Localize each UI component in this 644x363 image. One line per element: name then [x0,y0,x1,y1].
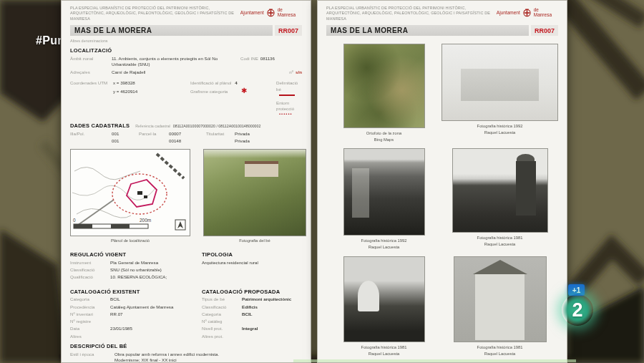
section-regulacio-vigent: REGULACIÓ VIGENT [70,251,202,258]
field-row: Altres prot. [202,334,302,339]
photo-cell: Fotografia històrica 1992 Raquel Lacuest… [441,44,558,148]
photo-caption-line1: Fotografia històrica 1981 [361,344,407,351]
field-ambit-zonal: Àmbit zonal 11. Ambients, conjunts o ele… [70,56,302,67]
plan-header-text: PLA ESPECIAL URBANÍSTIC DE PROTECCIÓ DEL… [70,6,240,21]
photo-caption-line1: Ortofoto de la zona [366,130,401,137]
la2-channel-logo: 2 [562,294,593,326]
photo-caption-line2: Raquel Lacuesta [477,130,523,136]
field-row: Nº catàleg [202,319,302,324]
photo-cell: Fotografia històrica 1981 Raquel Lacuest… [441,148,558,256]
field-row: CategoriaBCIL [70,296,202,302]
section-localitzacio: LOCALITZACIÓ [70,47,302,54]
field-row: Classificació SNU (Sòl no urbanitzable) [70,267,202,273]
council-name-pre: Ajuntament [240,10,264,15]
field-row: CategoriaBCIL [202,311,302,317]
field-row: Estil i època Obra popular amb reforma i… [70,352,302,363]
entorn-dots-symbol: •••••• [279,112,293,117]
field-row: Altres [70,334,202,339]
field-row: ClassificacióEdificis [202,304,302,310]
historic-photo-image [441,44,558,121]
photo-caption-line1: Fotografia històrica 1992 [361,238,407,244]
catalog-sheet-page-2: PLA ESPECIAL URBANÍSTIC DE PROTECCIÓ DEL… [317,0,567,363]
photo-caption-line2: Raquel Lacuesta [361,351,407,357]
property-photo-image [203,149,306,236]
photo-caption-line2: Raquel Lacuesta [477,241,523,248]
photo-cell: Ortofoto de la zona Bing Maps [326,44,441,148]
field-row: ProcedènciaCatàleg Ajuntament de Manresa [70,304,202,310]
cadastral-row: 001 00148 Privada [70,138,302,143]
photo-cell: Fotografia històrica 1981 Raquel Lacuest… [326,256,441,363]
field-coordenades: Coordenades UTM x = 398328 y = 4620914 I… [70,80,302,117]
historic-photo-image [343,148,425,236]
manresa-emblem-icon [522,8,532,17]
sheet-title-bar: MAS DE LA MORERA RR007 [70,25,302,36]
svg-text:0: 0 [73,218,76,223]
manresa-logo: Ajuntament de Manresa [497,7,558,17]
sheet-title: MAS DE LA MORERA [70,25,273,36]
photo-caption-line1: Fotografia històrica 1992 [477,123,523,130]
field-row: Data23/01/1985 [70,326,202,331]
historic-photo-image [454,256,547,342]
field-row: Instrument Pla General de Manresa [70,260,202,266]
sheet-code-badge: RR007 [531,25,558,36]
council-name-pre: Ajuntament [497,10,520,15]
sheet-title: MAS DE LA MORERA [326,25,529,36]
photo-caption-line1: Fotografia històrica 1981 [477,344,523,351]
video-scanline-artifact [293,359,576,362]
section-catalogacio-proposada: CATALOGACIÓ PROPOSADA [202,289,302,295]
channel-number: 2 [572,299,582,321]
field-row: Qualificació 10. RESERVA ECOLÒGICA; [70,274,202,280]
sheet-title-bar: MAS DE LA MORERA RR007 [326,25,558,36]
field-adreca: Adreça/es Camí de Rajadell nº s/n [70,69,302,75]
historic-photo-image [452,148,548,233]
section-tipologia: TIPOLOGIA [202,251,302,258]
manresa-emblem-icon [266,8,275,17]
field-row: Nº inventariRR.07 [70,311,202,317]
field-row: Nivell prot.Integral [202,326,302,331]
photo-grid: Ortofoto de la zona Bing Maps Fotografia… [326,44,558,363]
historic-photo-image [343,256,425,342]
svg-text:200m: 200m [140,218,151,223]
photo-caption-line2: Bing Maps [366,137,401,143]
cadastral-row: Illa/Pol. 001 Parcel·la 00007 Titularita… [70,131,302,136]
field-row: Tipus de béPatrimoni arquitectònic [202,296,302,302]
council-name-post: de Manresa [278,7,302,17]
map-caption: Plànol de localització [111,238,150,243]
delimitacio-line-symbol [279,95,295,96]
ortofoto-image [343,44,425,128]
photo-caption-line2: Raquel Lacuesta [361,244,407,251]
manresa-logo: Ajuntament de Manresa [240,7,302,17]
category-asterisk-symbol: ✱ [241,87,247,95]
photo-caption: Fotografia del bé [239,238,270,243]
altres-denominacions-label: Altres denominacions [70,39,302,43]
field-row: Arquitectura residencial rural [202,260,302,266]
field-row: Nº registre [70,319,202,324]
sheet-code-badge: RR007 [275,25,302,36]
plan-header-text: PLA ESPECIAL URBANÍSTIC DE PROTECCIÓ DEL… [326,6,497,21]
council-name-post: de Manresa [534,7,558,17]
photo-caption-line1: Fotografia històrica 1981 [477,235,523,241]
location-map-image: 0 200m [70,149,190,236]
photo-cell: Fotografia històrica 1992 Raquel Lacuest… [326,148,441,256]
photo-caption-line2: Raquel Lacuesta [477,351,523,357]
section-dades-cadastrals: DADES CADASTRALS Referència cadastral 08… [70,122,302,129]
catalog-sheet-page-1: PLA ESPECIAL URBANÍSTIC DE PROTECCIÓ DEL… [61,0,311,363]
section-descripcio: DESCRIPCIÓ DEL BÉ [70,343,302,349]
photo-cell: Fotografia històrica 1981 Raquel Lacuest… [441,256,558,363]
section-catalogacio-existent: CATALOGACIÓ EXISTENT [70,289,202,295]
